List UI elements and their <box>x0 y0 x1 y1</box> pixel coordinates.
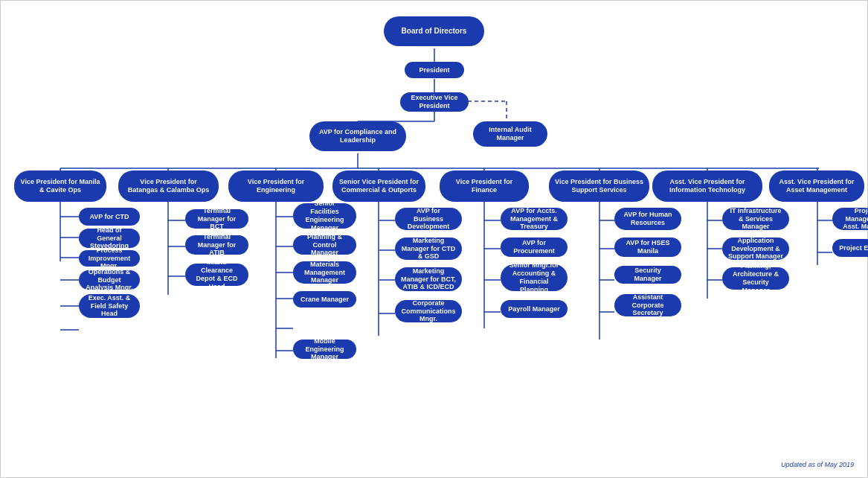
internal-audit-node: Internal Audit Manager <box>473 121 547 147</box>
avp-compliance-node: AVP for Compliance and Leadership <box>309 121 406 151</box>
terminal-bct-node: Terminal Manager for BCT <box>185 209 248 229</box>
org-chart: Board of Directors President Executive V… <box>0 0 868 478</box>
crane-mgr-node: Crane Manager <box>293 291 356 307</box>
svp-commercial-node: Senior Vice President for Commercial & O… <box>332 171 425 202</box>
vp-manila-node: Vice President for Manila & Cavite Ops <box>14 171 106 202</box>
avp-it-node: Asst. Vice President for Information Tec… <box>652 171 762 202</box>
materials-mgmt-node: Materials Management Manager <box>293 261 356 284</box>
marketing-ctd-node: Marketing Manager for CTD & GSD <box>395 238 462 260</box>
planning-control-node: Planning & Control Manager <box>293 235 356 255</box>
mobile-eng-node: Mobile Engineering Manager <box>293 340 356 359</box>
senior-mngr-acctg-node: Senior Mngr.for Accounting & Financial P… <box>501 264 568 291</box>
it-infra-node: IT Infrastructure & Services Manager <box>722 208 789 230</box>
process-imp-node: Process Improvement Mngr. <box>79 250 140 267</box>
asst-corp-sec-node: Assistant Corporate Secretary <box>614 294 681 316</box>
avp-procurement-node: AVP for Procurement <box>501 238 568 257</box>
vp-batangas-node: Vice President for Batangas & Calamba Op… <box>118 171 219 202</box>
senior-facilities-node: Senior Facilities Engineering Manager <box>293 203 356 229</box>
avp-accts-node: AVP for Accts. Management & Treasury <box>501 208 568 230</box>
payroll-mgr-node: Payroll Manager <box>501 300 568 318</box>
exec-asst-node: Exec. Asst. & Field Safety Head <box>79 294 140 318</box>
terminal-atib-node: Terminal Manager for ATIB <box>185 235 248 255</box>
inland-clearance-node: Inland Clearance Depot & ECD Head <box>185 264 248 286</box>
ops-budget-node: Operations & Budget Analysis Mngr. <box>79 270 140 290</box>
security-mgr-node: Security Manager <box>614 266 681 284</box>
avp-asset-node: Asst. Vice President for Asset Managemen… <box>769 171 864 202</box>
corporate-comm-node: Corporate Communications Mngr. <box>395 300 462 322</box>
app-dev-node: Application Development & Support Manage… <box>722 238 789 260</box>
footer-text: Updated as of May 2019 <box>781 461 854 468</box>
board-node: Board of Directors <box>384 16 484 46</box>
avp-ctd-node: AVP for CTD <box>79 208 140 226</box>
project-eng-node: Project Engineer <box>832 239 868 257</box>
marketing-bct-node: Marketing Manager for BCT, ATIB & ICD/EC… <box>395 267 462 291</box>
avp-hr-node: AVP for Human Resources <box>614 208 681 230</box>
avp-bizdev-node: AVP for Business Development <box>395 208 462 230</box>
project-mgmt-node: Project Management Asst. Manager <box>832 208 868 230</box>
evp-node: Executive Vice President <box>400 92 469 112</box>
vp-finance-node: Vice President for Finance <box>440 171 529 202</box>
vp-engineering-node: Vice President for Engineering <box>228 171 324 202</box>
vp-bizsupp-node: Vice President for Business Support Serv… <box>549 171 649 202</box>
head-general-node: Head of General Stevedoring <box>79 229 140 248</box>
planning-arch-node: Planning, Architecture & Security Manage… <box>722 267 789 290</box>
avp-hses-node: AVP for HSES Manila <box>614 238 681 257</box>
president-node: President <box>405 62 464 78</box>
